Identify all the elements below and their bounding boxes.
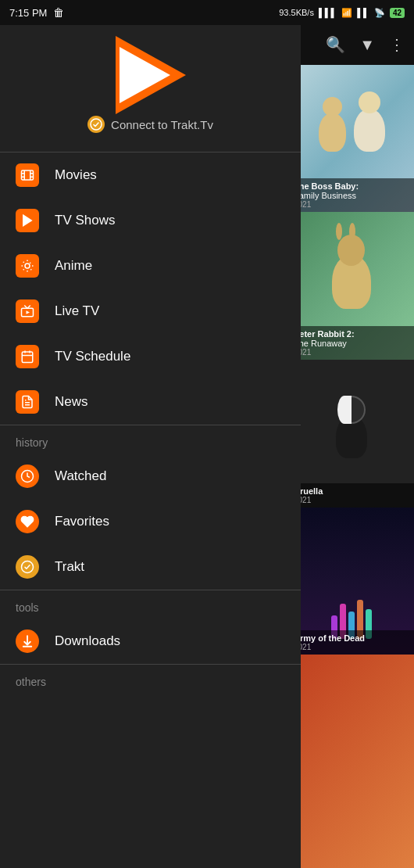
main-layout: 🔍 ▼ ⋮ The Boss Baby: Family Bu xyxy=(0,25,414,868)
watched-icon xyxy=(16,464,39,488)
nav-item-news[interactable]: News xyxy=(0,379,301,425)
signal-icon-2: ▌▌ xyxy=(357,8,369,17)
movie-card-1[interactable]: The Boss Baby: Family Business 2021 xyxy=(289,65,414,213)
wifi-icon: 📶 xyxy=(341,8,352,18)
nav-item-tvschedule[interactable]: TV Schedule xyxy=(0,334,301,379)
movie-card-3[interactable]: Cruella 2021 xyxy=(289,360,414,508)
tools-section-header: tools xyxy=(0,590,301,619)
search-icon[interactable]: 🔍 xyxy=(326,35,345,54)
svg-point-0 xyxy=(91,119,102,130)
app-logo-area: Connect to Trakt.Tv xyxy=(0,25,301,152)
svg-marker-11 xyxy=(27,310,30,314)
nav-item-tvshows[interactable]: TV Shows xyxy=(0,198,301,243)
news-label: News xyxy=(55,394,88,410)
filter-icon[interactable]: ▼ xyxy=(359,36,375,54)
tvshows-label: TV Shows xyxy=(55,213,115,228)
favorites-label: Favorites xyxy=(55,514,109,529)
logo-inner-triangle xyxy=(120,47,170,103)
trakt-connect-button[interactable]: Connect to Trakt.Tv xyxy=(87,113,213,139)
signal-bars-icon: ▌▌▌ xyxy=(319,8,337,17)
trash-icon: 🗑 xyxy=(53,6,64,19)
more-icon[interactable]: ⋮ xyxy=(389,35,405,54)
svg-rect-1 xyxy=(22,170,34,180)
bg-header: 🔍 ▼ ⋮ xyxy=(289,25,414,65)
livetv-label: Live TV xyxy=(55,303,99,319)
anime-label: Anime xyxy=(55,258,92,274)
others-section-header: others xyxy=(0,665,301,693)
trakt-label: Trakt xyxy=(55,559,84,575)
background-content: 🔍 ▼ ⋮ The Boss Baby: Family Bu xyxy=(289,25,414,868)
nav-item-livetv[interactable]: Live TV xyxy=(0,289,301,334)
nav-item-trakt[interactable]: Trakt xyxy=(0,544,301,590)
app-logo xyxy=(112,44,190,106)
movies-icon xyxy=(16,163,39,187)
nav-item-movies[interactable]: Movies xyxy=(0,152,301,198)
watched-label: Watched xyxy=(55,468,106,484)
favorites-icon xyxy=(16,510,39,533)
downloads-icon xyxy=(16,629,39,653)
news-icon xyxy=(16,390,39,414)
movie-card-4[interactable]: Army of the Dead 2021 xyxy=(289,508,414,655)
navigation-drawer: Connect to Trakt.Tv xyxy=(0,25,301,868)
anime-icon xyxy=(16,254,39,278)
nav-item-downloads[interactable]: Downloads xyxy=(0,619,301,664)
svg-point-9 xyxy=(25,264,30,268)
downloads-label: Downloads xyxy=(55,633,120,649)
trakt-logo-icon xyxy=(87,116,105,133)
movie-card-2[interactable]: Peter Rabbit 2: The Runaway 2021 xyxy=(289,212,414,360)
history-section-header: history xyxy=(0,425,301,454)
movies-label: Movies xyxy=(55,167,97,183)
trakt-connect-label: Connect to Trakt.Tv xyxy=(111,118,213,131)
nav-item-favorites[interactable]: Favorites xyxy=(0,499,301,544)
svg-marker-8 xyxy=(23,215,32,226)
status-time: 7:15 PM xyxy=(9,7,47,19)
network-speed: 93.5KB/s xyxy=(279,8,314,17)
tvschedule-icon xyxy=(16,345,39,368)
nav-item-watched[interactable]: Watched xyxy=(0,454,301,499)
status-bar: 7:15 PM 🗑 93.5KB/s ▌▌▌ 📶 ▌▌ 📡 42 xyxy=(0,0,414,25)
nav-item-anime[interactable]: Anime xyxy=(0,243,301,289)
tvshows-icon xyxy=(16,209,39,232)
trakt-nav-icon xyxy=(16,555,39,579)
battery-indicator: 42 xyxy=(390,8,405,18)
tvschedule-label: TV Schedule xyxy=(55,349,130,364)
nav-list: Movies TV Shows Anime xyxy=(0,152,301,868)
wifi-icon-2: 📡 xyxy=(374,8,385,18)
livetv-icon xyxy=(16,299,39,323)
movie-card-5[interactable] xyxy=(289,655,414,868)
